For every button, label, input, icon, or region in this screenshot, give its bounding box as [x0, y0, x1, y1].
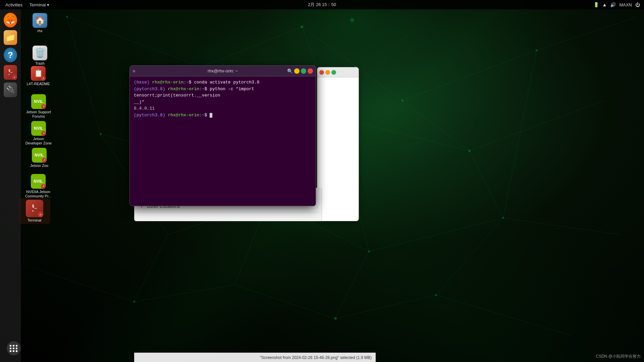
terminal-cursor	[210, 113, 212, 118]
terminal-desktop-icon: $_➤ ↗	[26, 200, 43, 217]
trash-icon: 🗑️	[33, 46, 47, 60]
terminal-titlebar-controls: ≡	[132, 68, 159, 74]
activities-button[interactable]: Activities	[4, 2, 24, 7]
secondary-minimize-button[interactable]	[325, 70, 330, 75]
hamburger-icon[interactable]: ≡	[132, 68, 135, 74]
secondary-titlebar	[317, 67, 359, 77]
secondary-window	[317, 67, 359, 221]
grid-dots-icon	[10, 345, 18, 352]
datetime-display: 2月 26 15：50	[308, 2, 336, 8]
terminal-maximize-button[interactable]: □	[301, 68, 306, 74]
terminal-minimize-button[interactable]: ─	[294, 68, 300, 74]
jetson-dev-label: Jetson Developer Zone	[25, 137, 52, 145]
desktop-icon-terminal[interactable]: $_➤ ↗ Terminal	[18, 198, 50, 224]
desktop-icon-jetson-dev[interactable]: NVIL ↗ Jetson Developer Zone	[23, 120, 54, 147]
terminal-content: (base) rhx@rhx-orin:~$ conda activate py…	[130, 76, 316, 206]
terminal-line-2: (pytorch3.8) rhx@rhx-orin:~$ python -c "…	[134, 86, 312, 99]
nvidia-status-icon: 🔋	[593, 2, 599, 7]
desktop-icon-jetson-zoo[interactable]: NVIL ↗ Jetson Zoo	[24, 146, 54, 169]
username-display[interactable]: MAXN	[619, 2, 632, 7]
terminal-prompt-active: (pytorch3.8) rhx@rhx-orin:~$	[134, 112, 312, 119]
terminal-output-1: 8.4.0.11	[134, 105, 312, 112]
terminal-menu-button[interactable]: Terminal ▾	[28, 2, 51, 7]
terminal-titlebar: ≡ rhx@rhx-orin: ~ 🔍 ─ □ ✕	[130, 66, 316, 76]
desktop-icon-trash[interactable]: 🗑️ Trash	[25, 44, 55, 67]
sidebar-item-files[interactable]: 📁	[1, 29, 19, 46]
terminal-window-buttons: 🔍 ─ □ ✕	[286, 68, 313, 74]
topbar-left: Activities Terminal ▾	[4, 2, 51, 7]
firefox-icon: 🦊	[4, 13, 17, 27]
search-icon[interactable]: 🔍	[287, 68, 293, 74]
secondary-close-button[interactable]	[319, 70, 324, 75]
terminal-line-1: (base) rhx@rhx-orin:~$ conda activate py…	[134, 79, 312, 86]
wifi-icon: ▲	[602, 2, 607, 7]
sidebar-item-firefox[interactable]: 🦊	[1, 12, 19, 28]
terminal-window: ≡ rhx@rhx-orin: ~ 🔍 ─ □ ✕ (base) rhx@rhx…	[129, 65, 316, 206]
jetson-support-label: Jetson Support Forums	[25, 110, 52, 119]
statusbar: "Screenshot from 2024-02-26 15-46-28.png…	[134, 353, 376, 362]
help-icon: ?	[4, 48, 17, 62]
terminal-close-button[interactable]: ✕	[308, 68, 313, 74]
jetson-support-icon: NVIL ↗	[31, 94, 46, 109]
volume-icon: 🔊	[610, 2, 616, 7]
desktop-icon-rhx[interactable]: 🏠 rhx	[25, 12, 55, 35]
sidebar: 🦊 📁 ? $_➤ ↗ 🔌	[0, 9, 21, 362]
watermark-text: CSDN @小阮同学在努力	[596, 354, 641, 359]
files-icon: 📁	[4, 31, 17, 44]
statusbar-text: "Screenshot from 2024-02-26 15-46-28.png…	[260, 355, 372, 360]
l4t-readme-icon: 📋 ↗	[31, 66, 46, 81]
desktop-icon-nvidia-community[interactable]: NVIL ↗ NVIDIA Jetson Community Pr...	[23, 173, 54, 200]
app-grid-button[interactable]	[7, 341, 21, 355]
rhx-label: rhx	[37, 29, 42, 33]
desktop-icon-jetson-support[interactable]: NVIL ↗ Jetson Support Forums	[23, 93, 54, 120]
secondary-window-buttons	[319, 70, 336, 75]
secondary-window-content	[317, 77, 359, 83]
nvidia-community-label: NVIDIA Jetson Community Pr...	[24, 190, 52, 198]
topbar-right: 🔋 ▲ 🔊 MAXN ⏻	[593, 2, 640, 7]
terminal-desktop-label: Terminal	[28, 218, 42, 223]
terminal-line-2b: __)"	[134, 99, 312, 106]
jetson-dev-icon: NVIL ↗	[31, 121, 46, 136]
desktop-icon-l4t-readme[interactable]: 📋 ↗ L4T-README	[23, 65, 53, 87]
terminal-title: rhx@rhx-orin: ~	[159, 68, 286, 73]
secondary-maximize-button[interactable]	[331, 70, 336, 75]
terminal-dock-icon: $_➤ ↗	[4, 66, 17, 79]
nvidia-community-icon: NVIL ↗	[31, 174, 46, 189]
power-icon[interactable]: ⏻	[635, 2, 640, 7]
home-folder-icon: 🏠	[33, 13, 47, 28]
plugin-icon: 🔌	[4, 83, 17, 97]
topbar: Activities Terminal ▾ 2月 26 15：50 🔋 ▲ 🔊 …	[0, 0, 644, 9]
sidebar-item-help[interactable]: ?	[1, 47, 19, 63]
jetson-zoo-icon: NVIL ↗	[32, 148, 47, 163]
sidebar-item-terminal[interactable]: $_➤ ↗	[1, 64, 19, 80]
sidebar-item-plugin[interactable]: 🔌	[1, 82, 19, 98]
jetson-zoo-label: Jetson Zoo	[30, 164, 48, 168]
l4t-readme-label: L4T-README	[26, 82, 50, 86]
